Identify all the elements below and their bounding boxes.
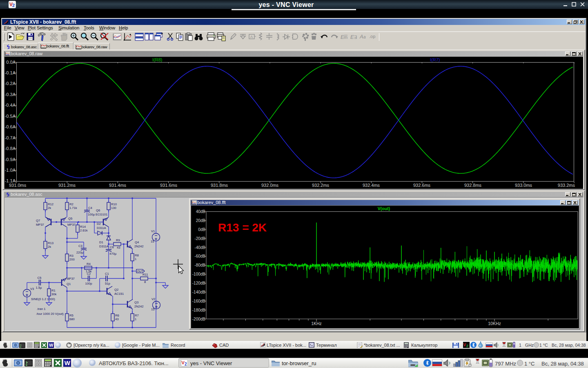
svg-text:W: W [49, 343, 53, 348]
svg-text:2: 2 [466, 344, 468, 348]
svg-text:V: V [463, 343, 466, 347]
svg-text:Ǝ: Ǝ [354, 35, 357, 40]
svg-text:A: A [250, 35, 253, 39]
svg-text:W: W [65, 359, 71, 366]
svg-text:A: A [359, 34, 363, 40]
svg-text:m: m [344, 35, 347, 40]
svg-text:E: E [350, 34, 354, 40]
svg-text:.op: .op [369, 34, 375, 39]
svg-text:2: 2 [12, 3, 15, 8]
svg-text:a: a [363, 35, 366, 39]
svg-text:2: 2 [185, 362, 187, 366]
